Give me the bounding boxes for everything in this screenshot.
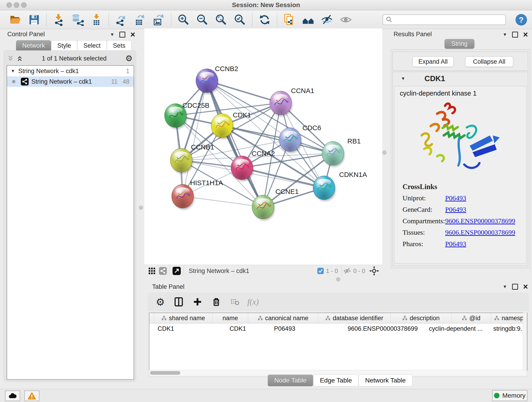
col-shared-name[interactable]: shared name bbox=[154, 313, 213, 323]
cell-shared-name[interactable]: CDK1 bbox=[154, 325, 216, 332]
show-all-icon[interactable] bbox=[340, 13, 352, 26]
node-CCNA1[interactable]: CCNA1 bbox=[270, 87, 314, 116]
pharos-link[interactable]: P06493 bbox=[445, 240, 466, 248]
zoom-out-icon[interactable] bbox=[196, 13, 209, 26]
tab-string[interactable]: String bbox=[444, 39, 475, 49]
network-view[interactable]: CCNB2CCNA1CDC25BCDK1CDC6RB1CCNB1CCNA2CDK… bbox=[144, 28, 382, 277]
save-session-icon[interactable] bbox=[28, 13, 40, 26]
export-table-icon[interactable] bbox=[134, 13, 146, 26]
delete-column-trash-icon[interactable] bbox=[211, 297, 221, 307]
window-minimize-dot[interactable] bbox=[14, 2, 19, 8]
compartments-link[interactable]: 9606.ENSP00000378699 bbox=[445, 217, 515, 225]
col-description[interactable]: description bbox=[391, 313, 452, 323]
warning-status-button[interactable] bbox=[24, 390, 39, 401]
col-database-identifier[interactable]: database identifier bbox=[318, 313, 391, 323]
col-namespace[interactable]: namespace bbox=[491, 313, 527, 323]
gene-section-header[interactable]: ▼ CDK1 bbox=[393, 72, 528, 85]
network-row-selected[interactable]: String Network – cdk1 11 48 bbox=[7, 76, 133, 87]
node-CCNE1[interactable]: CCNE1 bbox=[252, 188, 299, 220]
zoom-in-icon[interactable] bbox=[177, 13, 190, 26]
tab-style[interactable]: Style bbox=[51, 40, 77, 51]
memory-button[interactable]: Memory bbox=[492, 390, 527, 401]
bottom-splitter-handle[interactable] bbox=[336, 277, 340, 281]
node-table[interactable]: shared name name canonical name database… bbox=[149, 313, 527, 370]
collapse-panel-icon[interactable]: ▼ bbox=[503, 32, 507, 37]
detach-view-icon[interactable] bbox=[172, 267, 181, 275]
tab-node-table[interactable]: Node Table bbox=[268, 375, 313, 386]
node-CDKN1A[interactable]: CDKN1A bbox=[313, 171, 367, 201]
network-options-gear-icon[interactable]: ⚙ bbox=[125, 54, 133, 63]
import-network-file-icon[interactable] bbox=[53, 13, 65, 26]
right-splitter-handle[interactable] bbox=[382, 151, 386, 155]
scrollbar-thumb[interactable] bbox=[150, 371, 180, 375]
col-id[interactable]: @id bbox=[452, 313, 491, 323]
export-image-icon[interactable] bbox=[152, 13, 165, 26]
grid-view-icon[interactable] bbox=[148, 267, 156, 275]
close-panel-icon[interactable]: × bbox=[523, 284, 528, 289]
tab-network-table[interactable]: Network Table bbox=[359, 375, 412, 386]
apply-layout-refresh-icon[interactable] bbox=[259, 13, 271, 26]
show-columns-icon[interactable] bbox=[174, 297, 184, 307]
cell-canonical-name[interactable]: P06493 bbox=[265, 325, 344, 332]
hidden-eye-icon bbox=[343, 267, 351, 275]
tab-edge-table[interactable]: Edge Table bbox=[313, 375, 359, 386]
window-zoom-dot[interactable] bbox=[21, 2, 27, 8]
search-input[interactable] bbox=[383, 14, 506, 25]
uniprot-link[interactable]: P06493 bbox=[445, 194, 466, 202]
tab-select[interactable]: Select bbox=[77, 40, 107, 51]
network-badge-icon[interactable] bbox=[159, 267, 167, 275]
collapse-all-chevron-icon[interactable] bbox=[7, 55, 14, 62]
table-vertical-scrollbar[interactable] bbox=[523, 313, 527, 370]
crosslink-row: Uniprot: P06493 bbox=[403, 194, 515, 202]
genecard-link[interactable]: P06493 bbox=[445, 206, 466, 213]
left-splitter-handle[interactable] bbox=[139, 206, 143, 210]
title-bar: Session: New Session bbox=[0, 0, 532, 10]
collapse-panel-icon[interactable]: ▼ bbox=[110, 32, 114, 37]
network-collection-row[interactable]: ▼ String Network – cdk1 1 bbox=[7, 66, 133, 76]
open-session-icon[interactable] bbox=[9, 13, 22, 26]
import-table-icon[interactable] bbox=[90, 13, 103, 26]
cell-database-identifier[interactable]: 9606.ENSP00000378699 bbox=[344, 325, 420, 332]
collection-expand-icon[interactable]: ▼ bbox=[11, 69, 15, 74]
node-RB1[interactable]: RB1 bbox=[322, 137, 361, 167]
collapse-all-button[interactable]: Collapse All bbox=[465, 56, 513, 67]
close-panel-icon[interactable]: × bbox=[523, 32, 528, 37]
cloud-status-button[interactable] bbox=[5, 390, 20, 401]
selected-nodes-checkbox-icon[interactable] bbox=[317, 268, 324, 274]
zoom-selected-icon[interactable] bbox=[234, 13, 246, 26]
table-options-gear-icon[interactable]: ⚙ bbox=[156, 296, 165, 308]
float-panel-icon[interactable] bbox=[512, 32, 518, 38]
tissues-link[interactable]: 9606.ENSP00000378699 bbox=[445, 229, 515, 236]
tab-network[interactable]: Network bbox=[16, 40, 51, 51]
network-canvas[interactable]: CCNB2CCNA1CDC25BCDK1CDC6RB1CCNB1CCNA2CDK… bbox=[144, 28, 382, 265]
create-column-plus-icon[interactable] bbox=[193, 297, 202, 307]
expand-all-chevron-icon[interactable] bbox=[16, 55, 23, 62]
window-close-dot[interactable] bbox=[6, 2, 12, 8]
cell-description[interactable]: cyclin-dependent ... bbox=[420, 325, 490, 332]
results-panel-title: Results Panel bbox=[394, 31, 432, 38]
cell-id[interactable]: stringdb:9... bbox=[490, 325, 527, 332]
export-network-icon[interactable] bbox=[115, 13, 127, 26]
expand-all-button[interactable]: Expand All bbox=[412, 56, 454, 67]
birds-eye-crosshair-icon[interactable] bbox=[369, 266, 379, 276]
first-neighbors-icon[interactable] bbox=[302, 13, 314, 26]
new-network-from-selection-icon[interactable] bbox=[283, 13, 296, 26]
collapse-panel-icon[interactable]: ▼ bbox=[503, 284, 507, 289]
hide-selected-icon[interactable] bbox=[321, 13, 333, 26]
import-network-database-icon[interactable] bbox=[71, 13, 84, 26]
help-button[interactable]: ? bbox=[515, 14, 527, 26]
col-canonical-name[interactable]: canonical name bbox=[248, 313, 318, 323]
node-HIST1H1A[interactable]: HIST1H1A bbox=[172, 179, 223, 210]
float-panel-icon[interactable] bbox=[119, 32, 125, 38]
cell-name[interactable]: CDK1 bbox=[216, 325, 265, 332]
node-CDK1[interactable]: CDK1 bbox=[211, 111, 251, 139]
table-row[interactable]: CDK1 CDK1 P06493 9606.ENSP00000378699 cy… bbox=[149, 323, 527, 334]
zoom-fit-icon[interactable] bbox=[215, 13, 227, 26]
crosslink-label: Tissues: bbox=[403, 229, 445, 236]
col-name[interactable]: name bbox=[213, 313, 248, 323]
close-panel-icon[interactable]: × bbox=[130, 32, 135, 37]
float-panel-icon[interactable] bbox=[512, 284, 518, 290]
tab-sets[interactable]: Sets bbox=[107, 40, 132, 51]
section-expand-icon[interactable]: ▼ bbox=[401, 76, 405, 81]
node-CCNB1[interactable]: CCNB1 bbox=[170, 143, 214, 174]
